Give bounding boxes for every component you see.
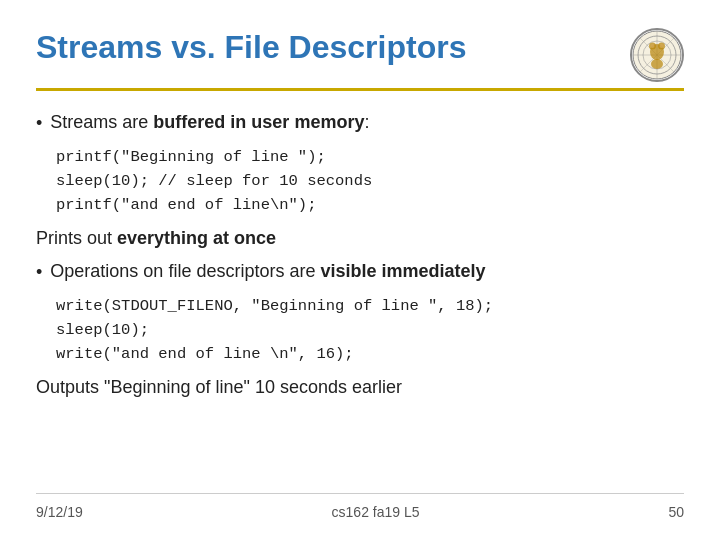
bullet-item-2: • Operations on file descriptors are vis…	[36, 258, 684, 286]
footer: 9/12/19 cs162 fa19 L5 50	[36, 493, 684, 520]
slide: Streams vs. File Descriptors	[0, 0, 720, 540]
code-line-1-2: sleep(10); // sleep for 10 seconds	[56, 169, 684, 193]
svg-point-11	[651, 44, 655, 48]
bold-everything: everything at once	[117, 228, 276, 248]
code-block-1: printf("Beginning of line "); sleep(10);…	[56, 145, 684, 217]
plain-text-1: Prints out everything at once	[36, 225, 684, 252]
code-line-2-3: write("and end of line \n", 16);	[56, 342, 684, 366]
footer-course: cs162 fa19 L5	[332, 504, 420, 520]
bullet-text-1: Streams are buffered in user memory:	[50, 109, 369, 136]
svg-point-10	[651, 59, 663, 69]
bullet-text-2: Operations on file descriptors are visib…	[50, 258, 485, 285]
code-line-1-3: printf("and end of line\n");	[56, 193, 684, 217]
university-logo	[630, 28, 684, 82]
footer-page: 50	[668, 504, 684, 520]
code-line-1-1: printf("Beginning of line ");	[56, 145, 684, 169]
slide-content: • Streams are buffered in user memory: p…	[36, 109, 684, 493]
header: Streams vs. File Descriptors	[36, 28, 684, 82]
slide-title: Streams vs. File Descriptors	[36, 28, 466, 66]
bold-visible: visible immediately	[320, 261, 485, 281]
bullet-dot-2: •	[36, 259, 42, 286]
code-line-2-2: sleep(10);	[56, 318, 684, 342]
title-divider	[36, 88, 684, 91]
bullet-item-1: • Streams are buffered in user memory:	[36, 109, 684, 137]
footer-date: 9/12/19	[36, 504, 83, 520]
plain-text-2: Outputs "Beginning of line" 10 seconds e…	[36, 374, 684, 401]
code-line-2-1: write(STDOUT_FILENO, "Beginning of line …	[56, 294, 684, 318]
svg-point-12	[660, 44, 664, 48]
bold-buffered: buffered in user memory	[153, 112, 364, 132]
code-block-2: write(STDOUT_FILENO, "Beginning of line …	[56, 294, 684, 366]
bullet-dot-1: •	[36, 110, 42, 137]
